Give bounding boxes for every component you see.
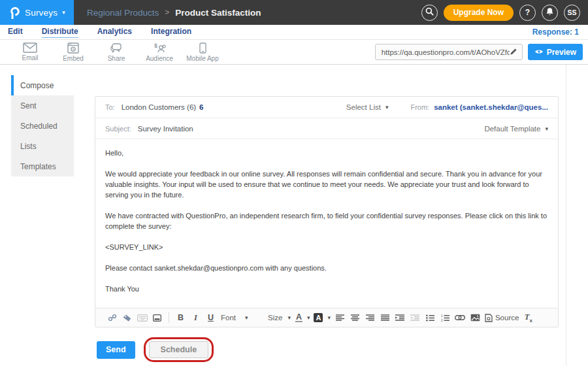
- preview-label: Preview: [547, 48, 576, 57]
- insert-anchor-button[interactable]: [105, 310, 120, 325]
- italic-button[interactable]: I: [188, 310, 203, 325]
- indent-button[interactable]: [393, 310, 408, 325]
- align-center-button[interactable]: [348, 310, 363, 325]
- sidebar-item-scheduled[interactable]: Scheduled: [11, 116, 74, 136]
- insert-image-button[interactable]: [468, 310, 483, 325]
- help-button[interactable]: ?: [519, 5, 536, 21]
- preview-button[interactable]: Preview: [528, 44, 583, 60]
- channel-buttons: Email Embed: [0, 42, 224, 62]
- align-left-button[interactable]: [333, 310, 348, 325]
- sidebar-item-compose[interactable]: Compose: [11, 75, 74, 95]
- breadcrumb-separator: >: [165, 8, 169, 17]
- body-paragraph: Thank You: [105, 284, 548, 294]
- insert-link-button[interactable]: [453, 310, 468, 325]
- image-icon: [470, 314, 480, 322]
- search-button[interactable]: [421, 5, 438, 21]
- source-button[interactable]: Source: [483, 310, 521, 325]
- bullet-list-button[interactable]: [423, 310, 438, 325]
- distribute-toolbar: Email Embed: [0, 40, 588, 65]
- highlight-color-button[interactable]: A ▾: [312, 310, 332, 325]
- top-header: Surveys ▾ Regional Products > Product Sa…: [0, 0, 588, 25]
- survey-url-field[interactable]: https://qa.questionpro.com/t/AOhoVZfqml: [375, 44, 523, 60]
- schedule-button[interactable]: Schedule: [149, 341, 209, 358]
- response-count[interactable]: Response: 1: [532, 27, 579, 37]
- email-body-editor[interactable]: Hello, We would appreciate your feedback…: [95, 139, 558, 308]
- sidebar-item-lists[interactable]: Lists: [11, 136, 74, 156]
- notifications-button[interactable]: [542, 5, 558, 21]
- bullet-list-icon: [426, 314, 434, 322]
- send-button[interactable]: Send: [97, 341, 135, 359]
- sidebar-item-sent[interactable]: Sent: [11, 95, 74, 116]
- text-color-icon: A: [295, 314, 302, 322]
- smartphone-icon: [199, 42, 206, 54]
- template-dropdown[interactable]: Default Template ▾: [484, 125, 548, 133]
- body-paragraph: Hello,: [105, 148, 548, 158]
- align-center-icon: [351, 314, 359, 322]
- font-dropdown[interactable]: Font ▾: [218, 314, 265, 322]
- channel-audience[interactable]: $ Audience: [138, 42, 181, 62]
- chevron-down-icon: ▾: [545, 125, 548, 132]
- tab-edit[interactable]: Edit: [8, 27, 23, 37]
- numbered-list-icon: 12: [441, 314, 449, 322]
- highlight-color-icon: A: [314, 313, 323, 322]
- distribute-sidebar: Compose Sent Scheduled Lists Templates: [11, 75, 74, 176]
- merge-tag-button[interactable]: [120, 310, 135, 325]
- product-name: Surveys: [25, 8, 57, 18]
- body-paragraph: We would appreciate your feedback in our…: [105, 169, 548, 200]
- annotation-highlight-ring: Schedule: [144, 337, 214, 362]
- anchor-link-icon: [108, 314, 117, 322]
- tab-integration[interactable]: Integration: [151, 27, 191, 37]
- scrollbar-track[interactable]: [566, 65, 566, 366]
- avatar-initials: SS: [567, 8, 576, 16]
- select-list-dropdown[interactable]: Select List ▾: [346, 103, 389, 111]
- from-group: From: sanket (sanket.shekdar@ques...: [410, 103, 548, 111]
- survey-nav: Edit Distribute Analytics Integration Re…: [0, 25, 588, 40]
- survey-link-area: https://qa.questionpro.com/t/AOhoVZfqml …: [375, 44, 588, 60]
- chevron-down-icon: ▾: [287, 314, 291, 321]
- pencil-icon[interactable]: [510, 46, 517, 58]
- remove-format-icon: Tx: [525, 312, 532, 324]
- indent-icon: [395, 314, 404, 322]
- insert-field-button[interactable]: [150, 310, 165, 325]
- surveys-menu[interactable]: Surveys ▾: [0, 0, 74, 25]
- upgrade-now-button[interactable]: Upgrade Now: [444, 5, 514, 21]
- to-label: To:: [105, 103, 115, 111]
- text-color-button[interactable]: A ▾: [293, 310, 312, 325]
- channel-label: Share: [108, 55, 125, 62]
- audience-icon: $: [152, 42, 167, 54]
- keyboard-button[interactable]: [135, 310, 150, 325]
- numbered-list-button[interactable]: 12: [438, 310, 453, 325]
- bell-icon: [546, 7, 554, 18]
- align-right-button[interactable]: [363, 310, 378, 325]
- source-doc-icon: [485, 314, 493, 322]
- tab-distribute[interactable]: Distribute: [42, 27, 78, 38]
- body-paragraph: We have contracted with QuestionPro, an …: [105, 210, 548, 231]
- channel-share[interactable]: Share: [95, 42, 138, 62]
- to-value[interactable]: London Customers (6): [122, 103, 196, 111]
- channel-embed[interactable]: Embed: [52, 42, 95, 62]
- link-icon: [455, 315, 465, 320]
- breadcrumb-folder[interactable]: Regional Products: [87, 8, 159, 18]
- sidebar-item-templates[interactable]: Templates: [11, 156, 74, 176]
- envelope-icon: [23, 42, 37, 53]
- embed-icon: [67, 42, 79, 54]
- channel-email[interactable]: Email: [8, 42, 52, 62]
- remove-format-button[interactable]: Tx: [521, 310, 536, 325]
- input-box-icon: [153, 314, 161, 322]
- from-value[interactable]: sanket (sanket.shekdar@ques...: [434, 103, 548, 111]
- underline-button[interactable]: U: [203, 310, 218, 325]
- justify-button[interactable]: [378, 310, 393, 325]
- divider: [169, 312, 169, 323]
- bold-button[interactable]: B: [173, 310, 188, 325]
- subject-label: Subject:: [105, 125, 131, 133]
- avatar[interactable]: SS: [564, 5, 580, 21]
- breadcrumb: Regional Products > Product Satisfaction: [87, 8, 261, 18]
- channel-label: Email: [22, 54, 38, 61]
- eye-icon: [534, 48, 544, 57]
- channel-mobile-app[interactable]: Mobile App: [181, 42, 224, 62]
- size-dropdown[interactable]: Size ▾: [265, 314, 293, 322]
- outdent-button[interactable]: [408, 310, 423, 325]
- subject-value[interactable]: Survey Invitation: [138, 125, 193, 133]
- tab-analytics[interactable]: Analytics: [97, 27, 132, 37]
- questionpro-logo-icon: [10, 7, 20, 19]
